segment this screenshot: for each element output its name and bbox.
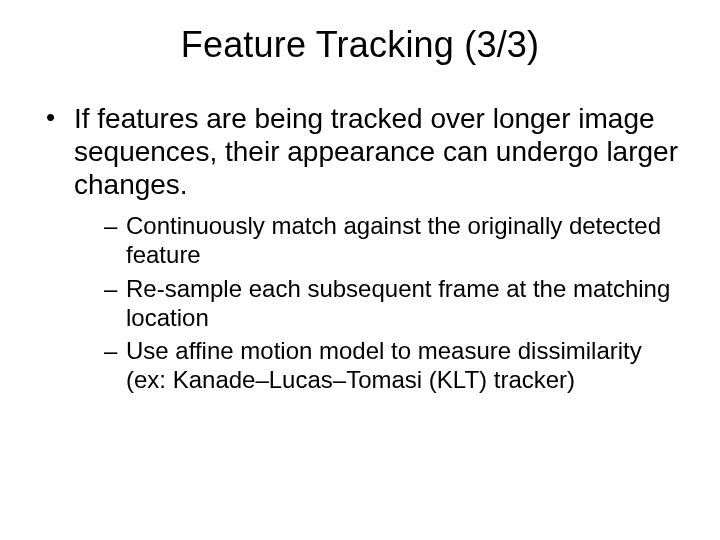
- slide-body: If features are being tracked over longe…: [0, 76, 720, 395]
- bullet-list-level2: Continuously match against the originall…: [74, 211, 678, 395]
- bullet-text: If features are being tracked over longe…: [74, 103, 678, 200]
- sub-bullet-item: Continuously match against the originall…: [104, 211, 678, 270]
- slide-title: Feature Tracking (3/3): [0, 0, 720, 76]
- bullet-list-level1: If features are being tracked over longe…: [42, 102, 678, 395]
- sub-bullet-item: Re-sample each subsequent frame at the m…: [104, 274, 678, 333]
- slide: Feature Tracking (3/3) If features are b…: [0, 0, 720, 540]
- sub-bullet-item: Use affine motion model to measure dissi…: [104, 336, 678, 395]
- bullet-item: If features are being tracked over longe…: [42, 102, 678, 395]
